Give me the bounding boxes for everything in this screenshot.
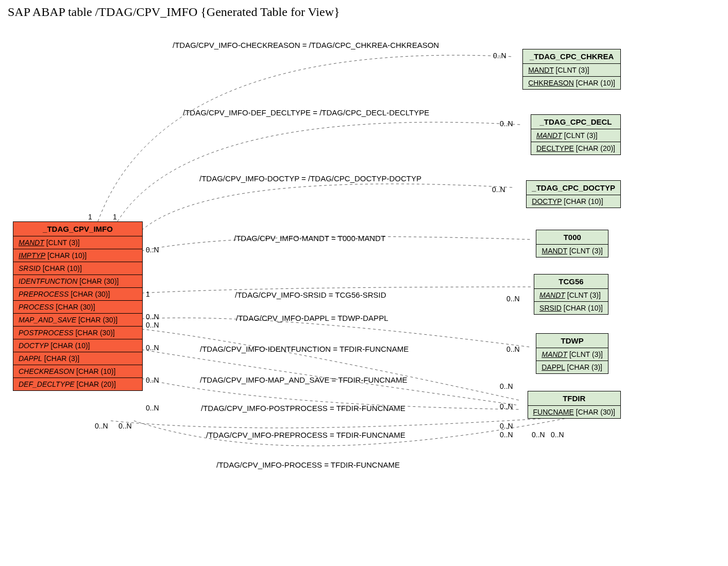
rel-1: /TDAG/CPV_IMFO-DEF_DECLTYPE = /TDAG/CPC_… <box>183 108 429 117</box>
card-l5b: 0..N <box>146 321 159 329</box>
rel-2: /TDAG/CPV_IMFO-DOCTYP = /TDAG/CPC_DOCTYP… <box>199 174 421 183</box>
entity-row: DEF_DECLTYPE [CHAR (20)] <box>13 378 142 390</box>
entity-main: _TDAG_CPV_IMFO MANDT [CLNT (3)]IMPTYP [C… <box>13 221 143 391</box>
rel-4: /TDAG/CPV_IMFO-SRSID = TCG56-SRSID <box>235 290 386 299</box>
entity-row: MANDT [CLNT (3)] <box>523 64 620 77</box>
card-l8: 0..N <box>146 404 159 412</box>
card-r9b: 0..N <box>532 431 545 439</box>
card-l6: 0..N <box>146 344 159 352</box>
rel-3: /TDAG/CPV_IMFO-MANDT = T000-MANDT <box>234 234 385 243</box>
entity-row: DECLTYPE [CHAR (20)] <box>531 142 620 155</box>
card-r0: 0..N <box>493 52 506 60</box>
card-l7: 0..N <box>146 376 159 384</box>
card-r2: 0..N <box>492 185 505 194</box>
entity-row: IMPTYP [CHAR (10)] <box>13 249 142 262</box>
entity-main-title: _TDAG_CPV_IMFO <box>13 222 142 236</box>
entity-row: FUNCNAME [CHAR (30)] <box>528 406 620 418</box>
entity-tfdir: TFDIR FUNCNAME [CHAR (30)] <box>528 391 621 419</box>
card-r6: 0..N <box>500 382 513 390</box>
entity-row: MANDT [CLNT (3)] <box>13 236 142 249</box>
rel-9: /TDAG/CPV_IMFO-PREPROCESS = TFDIR-FUNCNA… <box>206 431 405 439</box>
card-l0: 1 <box>88 213 92 221</box>
rel-7: /TDAG/CPV_IMFO-MAP_AND_SAVE = TFDIR-FUNC… <box>200 375 407 384</box>
entity-t000: T000 MANDT [CLNT (3)] <box>536 230 608 258</box>
card-r10: 0..N <box>551 431 564 439</box>
entity-row: MANDT [CLNT (3)] <box>534 289 608 302</box>
entity-row: DAPPL [CHAR (3)] <box>13 352 142 365</box>
entity-row: MANDT [CLNT (3)] <box>531 129 620 142</box>
rel-0: /TDAG/CPV_IMFO-CHECKREASON = /TDAG/CPC_C… <box>173 41 439 49</box>
card-r1: 0..N <box>500 119 513 128</box>
card-r7: 0..N <box>500 402 513 410</box>
entity-chkrea: _TDAG_CPC_CHKREA MANDT [CLNT (3)]CHKREAS… <box>522 49 621 90</box>
entity-row: DOCTYP [CHAR (10)] <box>527 195 620 208</box>
entity-row: SRSID [CHAR (10)] <box>534 302 608 314</box>
entity-row: CHKREASON [CHAR (10)] <box>523 77 620 89</box>
card-r8b: 0..N <box>500 422 513 430</box>
card-l5: 0..N <box>146 313 159 321</box>
entity-tdwp: TDWP MANDT [CLNT (3)]DAPPL [CHAR (3)] <box>536 333 608 374</box>
entity-row: MAP_AND_SAVE [CHAR (30)] <box>13 314 142 327</box>
card-l3: 0..N <box>146 246 159 254</box>
entity-row: CHECKREASON [CHAR (10)] <box>13 365 142 378</box>
card-l9: 0..N <box>95 422 108 430</box>
entity-row: SRSID [CHAR (10)] <box>13 262 142 275</box>
entity-row: MANDT [CLNT (3)] <box>536 245 608 257</box>
entity-row: DAPPL [CHAR (3)] <box>536 361 608 373</box>
card-l1: 1 <box>113 213 117 221</box>
page-title: SAP ABAP table /TDAG/CPV_IMFO {Generated… <box>8 5 723 19</box>
entity-row: POSTPROCESS [CHAR (30)] <box>13 327 142 339</box>
entity-row: DOCTYP [CHAR (10)] <box>13 339 142 352</box>
rel-6: /TDAG/CPV_IMFO-IDENTFUNCTION = TFDIR-FUN… <box>200 345 409 353</box>
card-l10: 0..N <box>118 422 132 430</box>
er-diagram: _TDAG_CPV_IMFO MANDT [CLNT (3)]IMPTYP [C… <box>5 24 723 565</box>
card-r4: 0..N <box>506 295 520 303</box>
entity-tcg56: TCG56 MANDT [CLNT (3)]SRSID [CHAR (10)] <box>534 274 608 315</box>
entity-row: PREPROCESS [CHAR (30)] <box>13 288 142 301</box>
entity-row: MANDT [CLNT (3)] <box>536 348 608 361</box>
entity-row: PROCESS [CHAR (30)] <box>13 301 142 314</box>
entity-doctyp: _TDAG_CPC_DOCTYP DOCTYP [CHAR (10)] <box>526 180 621 208</box>
card-r5: 0..N <box>506 345 520 353</box>
rel-10: /TDAG/CPV_IMFO-PROCESS = TFDIR-FUNCNAME <box>216 460 400 469</box>
entity-row: IDENTFUNCTION [CHAR (30)] <box>13 275 142 288</box>
entity-decl: _TDAG_CPC_DECL MANDT [CLNT (3)]DECLTYPE … <box>531 114 621 155</box>
rel-8: /TDAG/CPV_IMFO-POSTPROCESS = TFDIR-FUNCN… <box>201 404 405 413</box>
rel-5: /TDAG/CPV_IMFO-DAPPL = TDWP-DAPPL <box>236 314 388 322</box>
card-l4: 1 <box>146 290 150 298</box>
card-r9: 0..N <box>500 431 513 439</box>
